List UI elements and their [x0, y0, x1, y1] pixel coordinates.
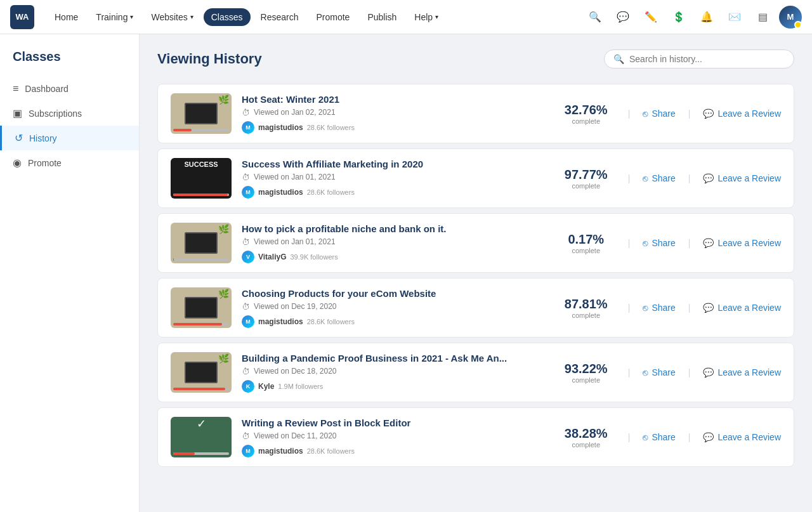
mail-icon-button[interactable]: ✉️: [723, 6, 746, 29]
share-icon: ⎋: [643, 432, 648, 442]
course-progress: 0.17% complete: [554, 232, 618, 254]
review-button[interactable]: 💬 Leave a Review: [703, 108, 781, 119]
viewed-date: Viewed on Dec 19, 2020: [254, 302, 337, 311]
progress-percentage: 0.17%: [554, 232, 618, 247]
course-meta: ⏱ Viewed on Jan 01, 2021: [242, 173, 544, 182]
layers-icon-button[interactable]: ▤: [751, 6, 774, 29]
progress-label: complete: [554, 376, 618, 384]
dollar-icon-button[interactable]: 💲: [667, 6, 690, 29]
nav-link-training[interactable]: Training ▾: [88, 8, 141, 26]
search-input[interactable]: [629, 54, 785, 64]
nav-links: HomeTraining ▾Websites ▾ClassesResearchP…: [47, 8, 584, 26]
review-label: Leave a Review: [717, 173, 781, 183]
comment-icon: 💬: [703, 432, 714, 442]
search-icon: 🔍: [613, 54, 624, 64]
divider: |: [628, 173, 631, 183]
share-label: Share: [652, 238, 675, 248]
sidebar: Classes ≡Dashboard▣Subscriptions↺History…: [0, 34, 140, 512]
course-meta: ⏱ Viewed on Dec 11, 2020: [242, 431, 544, 441]
nav-link-classes[interactable]: Classes: [204, 8, 251, 26]
review-label: Leave a Review: [717, 108, 781, 119]
divider: |: [688, 238, 691, 248]
nav-link-promote[interactable]: Promote: [308, 8, 357, 26]
nav-link-publish[interactable]: Publish: [360, 8, 404, 26]
author-avatar: M: [242, 315, 254, 328]
site-logo[interactable]: WA: [10, 5, 34, 29]
author-followers: 39.9K followers: [290, 253, 337, 261]
share-button[interactable]: ⎋ Share: [643, 238, 675, 248]
review-button[interactable]: 💬 Leave a Review: [703, 367, 781, 377]
clock-icon: ⏱: [242, 431, 250, 441]
share-icon: ⎋: [643, 367, 648, 377]
nav-link-websites[interactable]: Websites ▾: [143, 8, 200, 26]
progress-label: complete: [554, 441, 618, 449]
review-button[interactable]: 💬 Leave a Review: [703, 432, 781, 442]
clock-icon: ⏱: [242, 173, 250, 182]
share-button[interactable]: ⎋ Share: [643, 367, 675, 377]
nav-link-help[interactable]: Help ▾: [407, 8, 446, 26]
course-progress: 87.81% complete: [554, 297, 618, 319]
course-card: 🌿 How to pick a profitable niche and ban…: [157, 213, 794, 273]
main-header: Viewing History 🔍: [157, 49, 794, 69]
nav-link-home[interactable]: Home: [47, 8, 86, 26]
search-nav-button[interactable]: 🔍: [584, 6, 606, 29]
sidebar-item-label: Subscriptions: [29, 108, 82, 119]
nav-icons: 🔍 💬 ✏️ 💲 🔔 ✉️ ▤ M: [584, 6, 802, 29]
share-button[interactable]: ⎋ Share: [643, 108, 675, 119]
course-title: Writing a Review Post in Block Editor: [242, 417, 544, 428]
course-author: M magistudios 28.6K followers: [242, 315, 544, 328]
share-label: Share: [652, 432, 675, 442]
course-info: How to pick a profitable niche and bank …: [242, 223, 544, 263]
comment-icon: 💬: [703, 367, 714, 377]
course-meta: ⏱ Viewed on Dec 18, 2020: [242, 367, 544, 376]
course-card: 🌿 Building a Pandemic Proof Business in …: [157, 343, 794, 402]
review-button[interactable]: 💬 Leave a Review: [703, 238, 781, 248]
course-list: 🌿 Hot Seat: Winter 2021 ⏱ Viewed on Jan …: [157, 84, 794, 467]
author-name: magistudios: [258, 447, 303, 456]
course-actions: | ⎋ Share | 💬 Leave a Review: [628, 303, 781, 313]
author-followers: 28.6K followers: [307, 188, 355, 196]
course-title: How to pick a profitable niche and bank …: [242, 223, 544, 234]
sidebar-item-dashboard[interactable]: ≡Dashboard: [0, 77, 139, 101]
share-button[interactable]: ⎋ Share: [643, 432, 675, 442]
sidebar-item-history[interactable]: ↺History: [0, 126, 139, 150]
course-title: Building a Pandemic Proof Business in 20…: [242, 353, 544, 364]
author-avatar: V: [242, 251, 254, 263]
sidebar-item-label: History: [29, 133, 57, 143]
course-actions: | ⎋ Share | 💬 Leave a Review: [628, 432, 781, 442]
share-button[interactable]: ⎋ Share: [643, 173, 675, 183]
course-actions: | ⎋ Share | 💬 Leave a Review: [628, 367, 781, 377]
progress-label: complete: [554, 182, 618, 190]
share-button[interactable]: ⎋ Share: [643, 303, 675, 313]
clock-icon: ⏱: [242, 108, 250, 117]
author-name: magistudios: [258, 188, 303, 197]
user-avatar[interactable]: M: [779, 6, 802, 29]
progress-label: complete: [554, 117, 618, 125]
course-author: M magistudios 28.6K followers: [242, 445, 544, 457]
divider: |: [688, 303, 691, 313]
nav-link-research[interactable]: Research: [253, 8, 306, 26]
review-button[interactable]: 💬 Leave a Review: [703, 173, 781, 183]
sidebar-item-promote[interactable]: ◉Promote: [0, 150, 139, 175]
sidebar-item-label: Promote: [28, 158, 62, 168]
dashboard-icon: ≡: [13, 83, 18, 95]
review-button[interactable]: 💬 Leave a Review: [703, 303, 781, 313]
chat-icon-button[interactable]: 💬: [612, 6, 634, 29]
pencil-icon-button[interactable]: ✏️: [639, 6, 662, 29]
course-progress: 32.76% complete: [554, 103, 618, 125]
share-icon: ⎋: [643, 238, 648, 248]
share-icon: ⎋: [643, 303, 648, 313]
course-info: Writing a Review Post in Block Editor ⏱ …: [242, 417, 544, 457]
course-actions: | ⎋ Share | 💬 Leave a Review: [628, 173, 781, 183]
sidebar-items: ≡Dashboard▣Subscriptions↺History◉Promote: [0, 77, 139, 175]
sidebar-item-subscriptions[interactable]: ▣Subscriptions: [0, 101, 139, 126]
divider: |: [628, 108, 631, 119]
bell-icon-button[interactable]: 🔔: [695, 6, 718, 29]
course-author: M magistudios 28.6K followers: [242, 186, 544, 199]
divider: |: [628, 432, 631, 442]
viewed-date: Viewed on Dec 18, 2020: [254, 367, 337, 376]
sidebar-title: Classes: [0, 49, 139, 77]
author-name: VitaliyG: [258, 253, 286, 261]
author-avatar: M: [242, 186, 254, 199]
review-label: Leave a Review: [717, 367, 781, 377]
